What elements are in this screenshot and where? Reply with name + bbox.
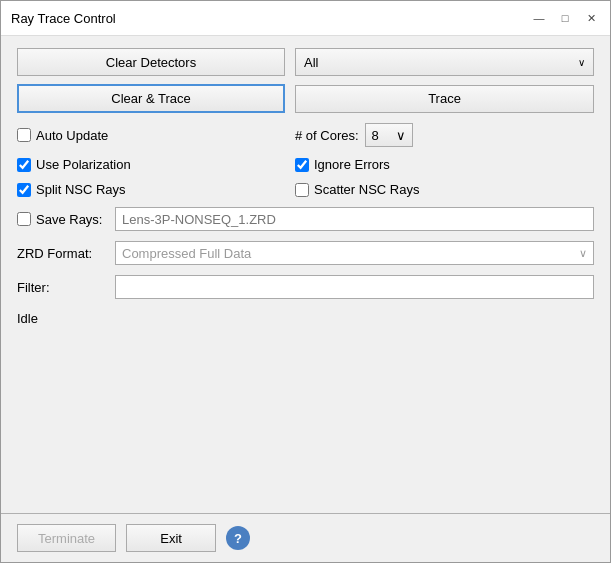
status-text: Idle: [17, 311, 594, 326]
row-clear-trace: Clear & Trace Trace: [17, 84, 594, 113]
all-dropdown-label: All: [304, 55, 318, 70]
scatter-nsc-checkbox[interactable]: [295, 183, 309, 197]
minimize-button[interactable]: —: [530, 9, 548, 27]
scatter-nsc-text: Scatter NSC Rays: [314, 182, 419, 197]
maximize-button[interactable]: □: [556, 9, 574, 27]
ignore-errors-text: Ignore Errors: [314, 157, 390, 172]
exit-button[interactable]: Exit: [126, 524, 216, 552]
auto-update-col: Auto Update: [17, 128, 285, 143]
save-rays-label[interactable]: Save Rays:: [17, 212, 102, 227]
save-rays-input-col: [115, 207, 594, 231]
polarization-col: Use Polarization: [17, 157, 285, 172]
row-auto-update: Auto Update # of Cores: 8 ∨: [17, 123, 594, 147]
zrd-format-label: ZRD Format:: [17, 246, 107, 261]
zrd-format-arrow: ∨: [579, 247, 587, 260]
help-button[interactable]: ?: [226, 526, 250, 550]
all-dropdown-button[interactable]: All ∨: [295, 48, 594, 76]
use-polarization-checkbox[interactable]: [17, 158, 31, 172]
zrd-format-col: Compressed Full Data ∨: [115, 241, 594, 265]
split-nsc-col: Split NSC Rays: [17, 182, 285, 197]
auto-update-text: Auto Update: [36, 128, 108, 143]
all-dropdown-arrow: ∨: [578, 57, 585, 68]
scatter-nsc-label[interactable]: Scatter NSC Rays: [295, 182, 419, 197]
save-rays-col: Save Rays:: [17, 212, 107, 227]
zrd-format-dropdown[interactable]: Compressed Full Data ∨: [115, 241, 594, 265]
zrd-format-value: Compressed Full Data: [122, 246, 251, 261]
auto-update-checkbox[interactable]: [17, 128, 31, 142]
content-area: Clear Detectors All ∨ Clear & Trace Trac…: [1, 36, 610, 513]
trace-button[interactable]: Trace: [295, 85, 594, 113]
close-button[interactable]: ✕: [582, 9, 600, 27]
spacer: [17, 334, 594, 501]
save-rays-text: Save Rays:: [36, 212, 102, 227]
ignore-errors-col: Ignore Errors: [295, 157, 594, 172]
filter-label: Filter:: [17, 280, 107, 295]
split-nsc-label[interactable]: Split NSC Rays: [17, 182, 126, 197]
use-polarization-label[interactable]: Use Polarization: [17, 157, 131, 172]
ignore-errors-checkbox[interactable]: [295, 158, 309, 172]
split-nsc-checkbox[interactable]: [17, 183, 31, 197]
cores-dropdown[interactable]: 8 ∨: [365, 123, 413, 147]
title-bar: Ray Trace Control — □ ✕: [1, 1, 610, 36]
cores-label: # of Cores:: [295, 128, 359, 143]
clear-and-trace-button[interactable]: Clear & Trace: [17, 84, 285, 113]
auto-update-label[interactable]: Auto Update: [17, 128, 108, 143]
save-rays-input[interactable]: [115, 207, 594, 231]
row-filter: Filter:: [17, 275, 594, 299]
clear-detectors-button[interactable]: Clear Detectors: [17, 48, 285, 76]
use-polarization-text: Use Polarization: [36, 157, 131, 172]
split-nsc-text: Split NSC Rays: [36, 182, 126, 197]
row-zrd-format: ZRD Format: Compressed Full Data ∨: [17, 241, 594, 265]
cores-arrow: ∨: [396, 128, 406, 143]
cores-value: 8: [372, 128, 379, 143]
row-split-nsc: Split NSC Rays Scatter NSC Rays: [17, 182, 594, 197]
row-clear-detectors: Clear Detectors All ∨: [17, 48, 594, 76]
row-polarization: Use Polarization Ignore Errors: [17, 157, 594, 172]
save-rays-checkbox[interactable]: [17, 212, 31, 226]
cores-col: # of Cores: 8 ∨: [295, 123, 594, 147]
main-window: Ray Trace Control — □ ✕ Clear Detectors …: [0, 0, 611, 563]
terminate-button[interactable]: Terminate: [17, 524, 116, 552]
scatter-nsc-col: Scatter NSC Rays: [295, 182, 594, 197]
window-title: Ray Trace Control: [11, 11, 116, 26]
ignore-errors-label[interactable]: Ignore Errors: [295, 157, 390, 172]
footer: Terminate Exit ?: [1, 513, 610, 562]
row-save-rays: Save Rays:: [17, 207, 594, 231]
title-bar-controls: — □ ✕: [530, 9, 600, 27]
filter-input[interactable]: [115, 275, 594, 299]
